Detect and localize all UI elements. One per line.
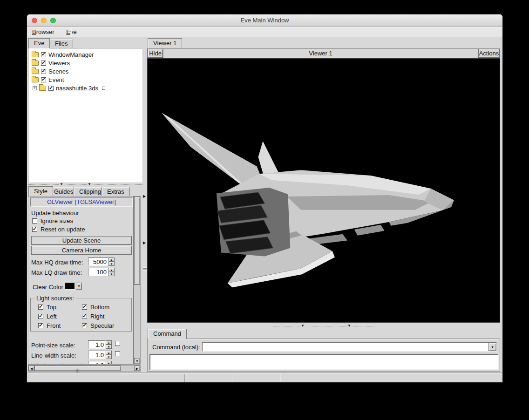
light-specular-row[interactable]: Specular (82, 322, 114, 329)
folder-icon (32, 61, 39, 66)
update-scene-button[interactable]: Update Scene (31, 236, 132, 245)
checkbox[interactable] (48, 86, 54, 91)
checkbox[interactable] (38, 323, 43, 328)
checkbox[interactable] (32, 218, 37, 224)
menu-eve[interactable]: Eve (61, 27, 81, 37)
glviewer-link[interactable]: GLViewer [TGLSAViewer] (30, 197, 133, 207)
style-panel-vscrollbar[interactable]: ▼ (134, 196, 141, 365)
spin-up-icon[interactable]: ▲ (106, 340, 112, 345)
hscroll-thumb[interactable]: ||| (34, 366, 121, 371)
command-input[interactable] (203, 343, 488, 351)
spin-up-icon[interactable]: ▲ (109, 257, 115, 262)
hide-button[interactable]: Hide (148, 49, 163, 58)
tree-item-label[interactable]: Event (48, 76, 64, 83)
light-top-row[interactable]: Top (38, 303, 56, 311)
scroll-left-icon[interactable]: ◀ (28, 366, 34, 371)
line-width-input[interactable] (88, 351, 106, 359)
max-hq-label: Max HQ draw time: (31, 259, 83, 266)
wireframe-spinner[interactable]: ▲▼ (106, 361, 112, 365)
checkbox[interactable] (38, 305, 43, 310)
command-combobox[interactable]: ▼ (202, 342, 497, 352)
tab-command[interactable]: Command (148, 329, 187, 339)
max-hq-input[interactable] (88, 257, 109, 266)
minimize-window-icon[interactable] (41, 18, 47, 23)
checkbox[interactable] (41, 69, 46, 74)
clear-color-dropdown-icon[interactable]: ▼ (76, 283, 82, 290)
scroll-right-icon[interactable]: ▶ (134, 366, 140, 371)
checkbox[interactable] (82, 314, 87, 319)
splitter-collapse-icon[interactable]: ▶ (143, 194, 146, 198)
splitter-grip-icon[interactable] (143, 266, 147, 271)
viewer-command-splitter[interactable]: ▼ ▼ (147, 323, 500, 329)
vscroll-thumb[interactable] (134, 196, 140, 285)
shuttle-model (148, 59, 500, 322)
point-size-input[interactable] (88, 340, 106, 349)
spin-up-icon[interactable]: ▲ (106, 361, 112, 365)
tree-item-label[interactable]: nasashuttle.3ds (56, 85, 98, 92)
spin-down-icon[interactable]: ▼ (106, 355, 112, 359)
max-lq-spinner[interactable]: ▲▼ (109, 268, 115, 276)
point-size-checkbox[interactable] (115, 341, 120, 346)
spin-down-icon[interactable]: ▼ (109, 262, 115, 266)
command-output[interactable] (149, 354, 499, 370)
ignore-sizes-row[interactable]: Ignore sizes (32, 217, 73, 224)
tab-style[interactable]: Style (28, 186, 53, 196)
grip-icon: ||| (75, 368, 80, 373)
checkbox[interactable] (82, 323, 87, 328)
spin-down-icon[interactable]: ▼ (106, 345, 112, 349)
light-right-row[interactable]: Right (82, 312, 104, 320)
spin-down-icon[interactable]: ▼ (109, 272, 115, 276)
wireframe-input[interactable] (88, 361, 106, 365)
tab-extras[interactable]: Extras (102, 187, 130, 196)
tree-item-viewers[interactable]: Viewers (28, 59, 142, 67)
expand-icon[interactable]: + (33, 86, 37, 90)
actions-button[interactable]: Actions (478, 49, 500, 58)
clear-color-swatch[interactable] (65, 283, 75, 290)
menu-browser[interactable]: Browser (27, 27, 60, 37)
splitter-collapse-icon[interactable]: ▶ (143, 241, 146, 245)
folder-icon (32, 69, 39, 74)
tree-item-scenes[interactable]: Scenes (28, 67, 142, 75)
light-bottom-row[interactable]: Bottom (82, 303, 109, 311)
splitter-collapse-icon[interactable]: ▼ (59, 183, 64, 186)
tree-item-event[interactable]: Event (28, 75, 142, 84)
tree-item-windowmanager[interactable]: WindowManager (28, 50, 142, 59)
reset-on-update-row[interactable]: Reset on update (32, 225, 85, 233)
line-width-spinner[interactable]: ▲▼ (106, 351, 112, 359)
checkbox[interactable] (41, 52, 46, 57)
spin-up-icon[interactable]: ▲ (106, 351, 112, 355)
vertical-splitter[interactable]: ▶ ▶ (142, 37, 147, 373)
checkbox[interactable] (41, 61, 46, 66)
scroll-down-icon[interactable]: ▼ (134, 358, 140, 364)
point-size-spinner[interactable]: ▲▼ (106, 340, 112, 349)
splitter-collapse-icon[interactable]: ▼ (346, 324, 352, 328)
tree-item-nasashuttle[interactable]: + nasashuttle.3ds (28, 84, 142, 92)
zoom-window-icon[interactable] (50, 18, 56, 23)
title-bar[interactable]: Eve Main Window (27, 14, 502, 27)
line-width-checkbox[interactable] (115, 351, 120, 356)
checkbox[interactable] (32, 227, 37, 232)
combo-dropdown-icon[interactable]: ▼ (488, 343, 496, 351)
checkbox[interactable] (41, 77, 46, 82)
gl-viewport[interactable] (147, 58, 500, 323)
tree-item-label[interactable]: WindowManager (48, 51, 94, 58)
update-behaviour-label: Update behaviour (31, 210, 79, 217)
light-right-label: Right (90, 313, 104, 320)
tree-item-label[interactable]: Viewers (48, 60, 70, 67)
splitter-collapse-icon[interactable]: ▼ (300, 324, 305, 328)
close-window-icon[interactable] (32, 18, 37, 23)
light-left-row[interactable]: Left (38, 312, 57, 320)
checkbox[interactable] (82, 305, 87, 310)
left-panel-hscrollbar[interactable]: ◀ ||| ▶ (28, 365, 141, 372)
checkbox[interactable] (38, 314, 43, 319)
tab-eve[interactable]: Eve (28, 38, 50, 48)
splitter-collapse-icon[interactable]: ▼ (87, 183, 92, 186)
spin-up-icon[interactable]: ▲ (109, 268, 115, 272)
camera-home-button[interactable]: Camera Home (31, 246, 132, 255)
max-hq-spinner[interactable]: ▲▼ (109, 257, 115, 266)
max-lq-input[interactable] (88, 268, 109, 276)
light-front-row[interactable]: Front (38, 322, 61, 329)
tree-item-label[interactable]: Scenes (48, 68, 68, 75)
tab-viewer-1[interactable]: Viewer 1 (148, 38, 182, 48)
tab-files[interactable]: Files (49, 39, 73, 48)
